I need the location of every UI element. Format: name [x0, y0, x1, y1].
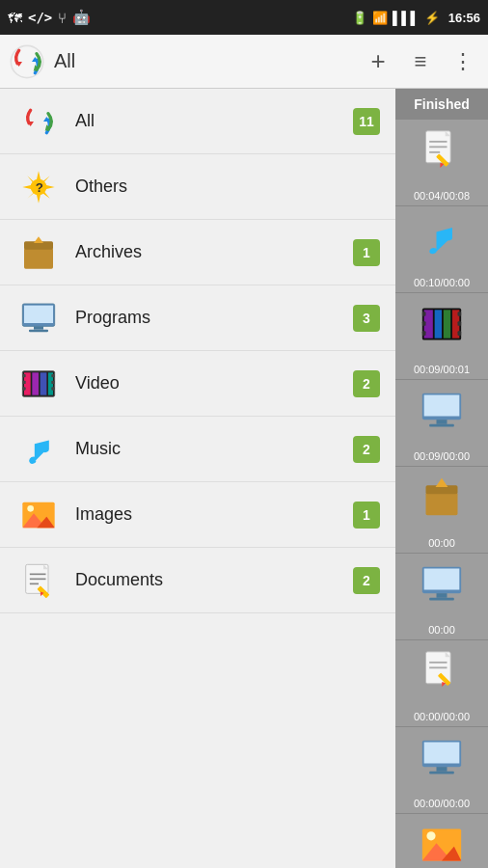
right-item-4-time: 00:09/00:00: [414, 450, 470, 462]
right-item-1-time: 00:04/00:08: [414, 190, 470, 202]
right-item-5-time: 00:00: [428, 537, 455, 549]
category-documents-label: Documents: [75, 570, 353, 590]
finished-header: Finished: [395, 89, 488, 120]
svg-rect-57: [435, 310, 442, 338]
right-item-1-icon: [417, 125, 467, 176]
svg-rect-31: [22, 374, 25, 377]
right-item-1[interactable]: 00:04/00:08: [395, 120, 488, 206]
right-item-3[interactable]: 00:09/00:01: [395, 293, 488, 380]
monitor-icon: [15, 295, 62, 341]
map-icon: 🗺: [8, 10, 22, 26]
category-list: All 11 ?: [0, 89, 395, 868]
category-music-label: Music: [75, 439, 353, 459]
category-archives-badge: 1: [353, 239, 380, 266]
time-display: 16:56: [448, 11, 480, 25]
svg-rect-60: [422, 312, 426, 316]
svg-rect-85: [437, 767, 447, 772]
svg-rect-17: [24, 248, 53, 269]
right-item-2-icon: [417, 212, 467, 262]
category-programs-badge: 3: [353, 305, 380, 332]
category-music[interactable]: Music 2: [0, 417, 395, 482]
refresh-icon: [15, 98, 62, 145]
category-images-label: Images: [75, 504, 353, 525]
archive-icon: [15, 230, 62, 276]
right-item-9-icon: [417, 820, 467, 868]
status-bar: 🗺 </> ⑂ 🤖 🔋 📶 ▌▌▌ ⚡ 16:56: [0, 0, 488, 35]
svg-rect-34: [51, 374, 54, 377]
right-item-5[interactable]: 00:00: [395, 467, 488, 554]
status-right: 🔋 📶 ▌▌▌ ⚡ 16:56: [352, 11, 480, 25]
add-button[interactable]: +: [361, 44, 395, 79]
svg-text:?: ?: [36, 180, 43, 195]
category-all[interactable]: All 11: [0, 89, 395, 154]
svg-rect-84: [424, 743, 460, 764]
category-music-badge: 2: [353, 436, 380, 463]
main-content: All 11 ?: [0, 89, 488, 868]
category-programs-label: Programs: [75, 308, 353, 328]
right-item-5-icon: [417, 473, 467, 523]
svg-rect-22: [24, 305, 53, 322]
right-item-7[interactable]: 00:00/00:00: [395, 640, 488, 727]
svg-rect-75: [437, 593, 447, 598]
category-archives-label: Archives: [75, 242, 353, 262]
code-icon: </>: [28, 10, 52, 25]
right-item-3-icon: [417, 299, 467, 349]
svg-rect-28: [32, 372, 39, 394]
menu-button[interactable]: ≡: [403, 44, 438, 79]
page-title: All: [54, 50, 361, 72]
right-item-2[interactable]: 00:10/00:00: [395, 206, 488, 293]
svg-rect-65: [458, 331, 462, 336]
svg-rect-32: [22, 380, 25, 383]
battery-charging-icon: ⚡: [424, 11, 440, 25]
svg-rect-69: [429, 424, 454, 427]
svg-rect-76: [429, 598, 454, 601]
svg-marker-19: [34, 236, 43, 243]
right-item-2-time: 00:10/00:00: [414, 277, 470, 288]
category-video[interactable]: Video 2: [0, 351, 395, 417]
svg-marker-72: [436, 478, 448, 487]
right-item-3-time: 00:09/00:01: [414, 364, 470, 375]
wifi-icon: 📶: [372, 11, 388, 25]
right-item-9[interactable]: 00:00/00:00: [395, 814, 488, 868]
right-item-8-icon: [417, 733, 467, 783]
top-bar: All + ≡ ⋮: [0, 35, 488, 89]
music-icon: [15, 426, 62, 473]
category-images[interactable]: Images 1: [0, 482, 395, 548]
svg-point-38: [27, 505, 34, 512]
svg-rect-64: [458, 321, 462, 326]
category-documents-badge: 2: [353, 567, 380, 594]
category-all-label: All: [75, 111, 353, 131]
category-archives[interactable]: Archives 1: [0, 220, 395, 285]
svg-rect-74: [424, 569, 460, 590]
finished-panel: Finished 00:04/00:08: [395, 89, 488, 868]
svg-rect-63: [458, 312, 462, 316]
right-item-8[interactable]: 00:00/00:00: [395, 727, 488, 814]
right-item-6-icon: [417, 559, 467, 610]
category-video-badge: 2: [353, 370, 380, 397]
svg-rect-70: [426, 493, 458, 516]
document-icon: [15, 557, 62, 604]
category-all-badge: 11: [353, 108, 380, 135]
svg-rect-23: [34, 326, 43, 329]
category-documents[interactable]: Documents 2: [0, 548, 395, 613]
more-button[interactable]: ⋮: [446, 44, 480, 79]
category-programs[interactable]: Programs 3: [0, 285, 395, 351]
top-bar-actions: + ≡ ⋮: [361, 44, 480, 79]
svg-rect-35: [51, 380, 54, 383]
svg-rect-36: [51, 387, 54, 390]
svg-point-88: [426, 831, 435, 840]
svg-rect-61: [422, 321, 426, 326]
star-question-icon: ?: [15, 164, 62, 210]
right-item-4[interactable]: 00:09/00:00: [395, 380, 488, 467]
category-others-label: Others: [75, 176, 380, 197]
svg-rect-62: [422, 331, 426, 336]
right-item-6[interactable]: 00:00: [395, 554, 488, 640]
right-item-7-icon: [417, 646, 467, 696]
svg-rect-33: [22, 387, 25, 390]
category-video-label: Video: [75, 373, 353, 393]
right-item-7-time: 00:00/00:00: [414, 711, 470, 722]
category-others[interactable]: ? Others: [0, 154, 395, 220]
status-left: 🗺 </> ⑂ 🤖: [8, 9, 91, 26]
app-logo: [8, 42, 46, 81]
svg-rect-24: [29, 329, 48, 332]
